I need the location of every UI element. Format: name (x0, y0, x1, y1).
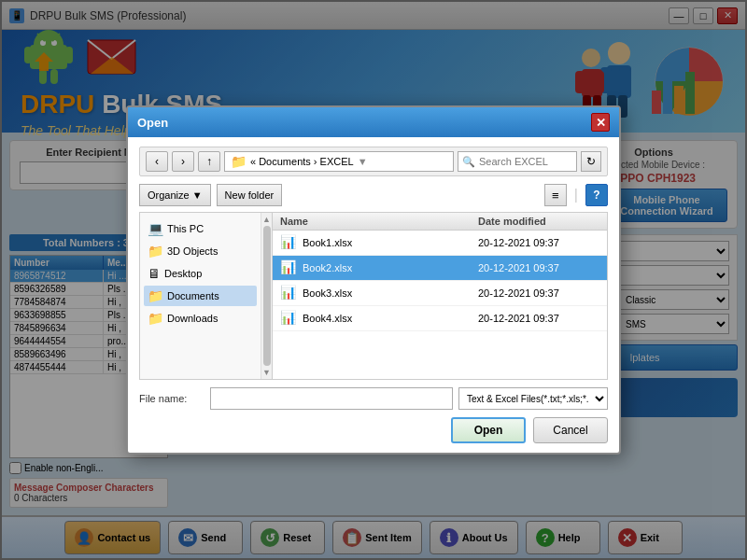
file-sidebar: 💻 This PC 📁 3D Objects 🖥 Desktop 📁 Docum… (140, 213, 261, 379)
filename-row: File name: Text & Excel Files(*.txt;*.xl… (139, 387, 608, 410)
dropdown-arrow[interactable]: ▼ (358, 156, 368, 167)
modal-title: Open (137, 116, 168, 130)
documents-label: Documents (167, 290, 219, 301)
open-button[interactable]: Open (451, 417, 526, 443)
file-list-header: Name Date modified (273, 213, 607, 231)
filename-label: File name: (139, 393, 204, 404)
modal-toolbar: Organize ▼ New folder ≡ | ? (139, 184, 608, 206)
col-name: Name (280, 216, 478, 227)
modal-action-row: Open Cancel (139, 417, 608, 443)
file-row[interactable]: 📊 Book2.xlsx 20-12-2021 09:37 (273, 256, 607, 281)
file-area: 💻 This PC 📁 3D Objects 🖥 Desktop 📁 Docum… (139, 212, 608, 380)
col-date: Date modified (478, 216, 599, 227)
refresh-button[interactable]: ↻ (581, 151, 601, 172)
sidebar-downloads[interactable]: 📁 Downloads (144, 308, 257, 329)
help-modal-button[interactable]: ? (585, 184, 608, 206)
excel-icon: 📊 (280, 234, 297, 251)
organize-button[interactable]: Organize ▼ (139, 184, 211, 206)
file-list: Name Date modified 📊 Book1.xlsx 20-12-20… (273, 213, 607, 379)
file-date: 20-12-2021 09:37 (478, 313, 599, 324)
downloads-icon: 📁 (148, 311, 163, 326)
cancel-button[interactable]: Cancel (533, 417, 608, 443)
search-icon: 🔍 (462, 156, 475, 168)
excel-icon: 📊 (280, 285, 297, 301)
excel-icon: 📊 (280, 259, 297, 276)
filetype-select[interactable]: Text & Excel Files(*.txt;*.xls;*.xls (458, 387, 608, 410)
breadcrumb: 📁 « Documents › EXCEL ▼ (224, 151, 454, 172)
sidebar-3d-objects[interactable]: 📁 3D Objects (144, 241, 257, 261)
back-button[interactable]: ‹ (146, 151, 168, 172)
file-name: Book1.xlsx (303, 237, 478, 248)
open-file-dialog: Open ✕ ‹ › ↑ 📁 « Documents › EXCEL ▼ 🔍 ↻ (126, 105, 621, 455)
file-date: 20-12-2021 09:37 (478, 262, 599, 273)
filename-input[interactable] (210, 387, 453, 410)
file-row[interactable]: 📊 Book1.xlsx 20-12-2021 09:37 (273, 231, 607, 256)
forward-button[interactable]: › (172, 151, 194, 172)
breadcrumb-text: « Documents › EXCEL (250, 156, 354, 167)
file-row[interactable]: 📊 Book3.xlsx 20-12-2021 09:37 (273, 281, 607, 306)
file-date: 20-12-2021 09:37 (478, 237, 599, 248)
search-area: 🔍 (458, 151, 577, 172)
file-row[interactable]: 📊 Book4.xlsx 20-12-2021 09:37 (273, 306, 607, 331)
divider: | (574, 187, 578, 203)
scroll-thumb[interactable] (263, 226, 271, 366)
sidebar-this-pc[interactable]: 💻 This PC (144, 218, 257, 239)
modal-title-bar: Open ✕ (128, 107, 619, 137)
desktop-label: Desktop (164, 268, 202, 279)
this-pc-label: This PC (167, 223, 204, 234)
documents-icon: 📁 (148, 288, 163, 303)
file-name: Book2.xlsx (303, 262, 478, 273)
up-button[interactable]: ↑ (198, 151, 220, 172)
view-button[interactable]: ≡ (544, 184, 567, 206)
file-name: Book4.xlsx (303, 313, 478, 324)
modal-body: ‹ › ↑ 📁 « Documents › EXCEL ▼ 🔍 ↻ Organi… (128, 137, 619, 453)
sidebar-scrollbar[interactable]: ▲ ▼ (261, 213, 273, 379)
file-date: 20-12-2021 09:37 (478, 287, 599, 299)
3d-icon: 📁 (148, 244, 163, 259)
scroll-up[interactable]: ▲ (262, 215, 271, 224)
file-name: Book3.xlsx (303, 287, 478, 299)
folder-icon-sm: 📁 (231, 154, 247, 169)
sidebar-desktop[interactable]: 🖥 Desktop (144, 263, 257, 284)
modal-close-button[interactable]: ✕ (591, 113, 610, 132)
downloads-label: Downloads (167, 313, 218, 324)
modal-nav-bar: ‹ › ↑ 📁 « Documents › EXCEL ▼ 🔍 ↻ (139, 147, 608, 176)
scroll-down[interactable]: ▼ (262, 368, 271, 377)
excel-icon: 📊 (280, 310, 297, 327)
desktop-icon: 🖥 (148, 266, 161, 281)
3d-objects-label: 3D Objects (167, 245, 218, 257)
modal-overlay[interactable]: Open ✕ ‹ › ↑ 📁 « Documents › EXCEL ▼ 🔍 ↻ (0, 0, 747, 560)
sidebar-documents[interactable]: 📁 Documents (144, 286, 257, 306)
pc-icon: 💻 (148, 221, 163, 236)
search-input[interactable] (479, 156, 572, 167)
new-folder-button[interactable]: New folder (217, 184, 283, 206)
